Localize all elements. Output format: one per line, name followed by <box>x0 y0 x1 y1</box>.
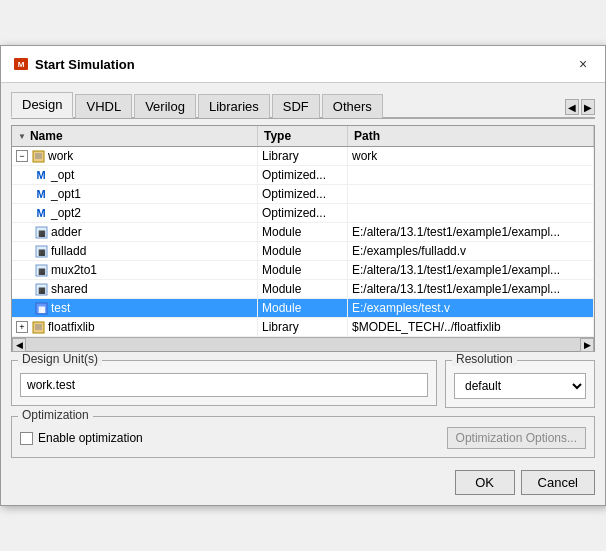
module-icon: ▦ <box>34 244 48 258</box>
module-icon: ▦ <box>34 301 48 315</box>
cell-type: Library <box>258 147 348 165</box>
library-icon <box>31 149 45 163</box>
tab-sdf[interactable]: SDF <box>272 94 320 118</box>
tab-others[interactable]: Others <box>322 94 383 118</box>
cell-name: M _opt1 <box>12 185 258 203</box>
module-icon: M <box>34 168 48 182</box>
sort-icon: ▼ <box>18 132 26 141</box>
tree-body[interactable]: − work Library work M _opt <box>12 147 594 337</box>
enable-optimization-checkbox[interactable] <box>20 432 33 445</box>
resolution-select[interactable]: default 1ns 1ps 1fs <box>454 373 586 399</box>
checkbox-text: Enable optimization <box>38 431 143 445</box>
cell-type: Library <box>258 318 348 336</box>
table-row[interactable]: − work Library work <box>12 147 594 166</box>
tree-header: ▼ Name Type Path <box>12 126 594 147</box>
cell-name: ▦ fulladd <box>12 242 258 260</box>
cell-name: − work <box>12 147 258 165</box>
cell-path: work <box>348 147 594 165</box>
module-icon: ▦ <box>34 263 48 277</box>
module-icon: M <box>34 206 48 220</box>
cell-path <box>348 185 594 203</box>
start-simulation-dialog: M Start Simulation × Design VHDL Verilog… <box>0 45 606 506</box>
title-bar-left: M Start Simulation <box>13 56 135 72</box>
table-row[interactable]: + floatfixlib Library $MODEL_TECH/../flo… <box>12 318 594 337</box>
col-type: Type <box>258 126 348 146</box>
svg-text:▦: ▦ <box>38 229 46 238</box>
optimization-label: Optimization <box>18 408 93 422</box>
tab-vhdl[interactable]: VHDL <box>75 94 132 118</box>
tab-design[interactable]: Design <box>11 92 73 118</box>
svg-text:▦: ▦ <box>38 305 46 314</box>
cell-type: Module <box>258 299 348 317</box>
table-row[interactable]: ▦ test Module E:/examples/test.v <box>12 299 594 318</box>
scroll-left-arrow[interactable]: ◀ <box>12 338 26 352</box>
resolution-box: Resolution default 1ns 1ps 1fs <box>445 360 595 408</box>
optimization-options-button[interactable]: Optimization Options... <box>447 427 586 449</box>
table-row[interactable]: M _opt1 Optimized... <box>12 185 594 204</box>
horizontal-scrollbar[interactable]: ◀ ▶ <box>12 337 594 351</box>
cell-path: E:/altera/13.1/test1/example1/exampl... <box>348 280 594 298</box>
cell-name: + floatfixlib <box>12 318 258 336</box>
table-row[interactable]: ▦ fulladd Module E:/examples/fulladd.v <box>12 242 594 261</box>
ok-button[interactable]: OK <box>455 470 515 495</box>
library-icon <box>31 320 45 334</box>
cell-type: Module <box>258 261 348 279</box>
dialog-buttons: OK Cancel <box>11 466 595 495</box>
cell-path: E:/examples/test.v <box>348 299 594 317</box>
cell-name: ▦ test <box>12 299 258 317</box>
cell-type: Optimized... <box>258 185 348 203</box>
svg-text:▦: ▦ <box>38 267 46 276</box>
tab-bar: Design VHDL Verilog Libraries SDF Others… <box>11 91 595 119</box>
cell-path: E:/altera/13.1/test1/example1/exampl... <box>348 223 594 241</box>
form-row: Design Unit(s) Resolution default 1ns 1p… <box>11 360 595 408</box>
module-icon: ▦ <box>34 282 48 296</box>
scroll-right-arrow[interactable]: ▶ <box>580 338 594 352</box>
cell-type: Module <box>258 242 348 260</box>
tab-nav-arrows: ◀ ▶ <box>565 99 595 117</box>
cell-type: Module <box>258 223 348 241</box>
tab-libraries[interactable]: Libraries <box>198 94 270 118</box>
enable-optimization-label: Enable optimization <box>20 431 143 445</box>
cell-name: ▦ shared <box>12 280 258 298</box>
module-icon: M <box>34 187 48 201</box>
expand-icon[interactable]: + <box>16 321 28 333</box>
cell-path: E:/examples/fulladd.v <box>348 242 594 260</box>
cell-name: M _opt <box>12 166 258 184</box>
table-row[interactable]: M _opt Optimized... <box>12 166 594 185</box>
dialog-title: Start Simulation <box>35 57 135 72</box>
cell-path <box>348 204 594 222</box>
expand-icon[interactable]: − <box>16 150 28 162</box>
design-unit-group: Design Unit(s) <box>11 360 437 408</box>
table-row[interactable]: ▦ shared Module E:/altera/13.1/test1/exa… <box>12 280 594 299</box>
dialog-content: Design VHDL Verilog Libraries SDF Others… <box>1 83 605 505</box>
col-name: ▼ Name <box>12 126 258 146</box>
svg-text:M: M <box>18 60 25 69</box>
table-row[interactable]: ▦ adder Module E:/altera/13.1/test1/exam… <box>12 223 594 242</box>
scroll-track[interactable] <box>26 338 580 351</box>
table-row[interactable]: M _opt2 Optimized... <box>12 204 594 223</box>
tab-scroll-right[interactable]: ▶ <box>581 99 595 115</box>
svg-text:▦: ▦ <box>38 286 46 295</box>
cell-path: $MODEL_TECH/../floatfixlib <box>348 318 594 336</box>
module-icon: ▦ <box>34 225 48 239</box>
svg-text:▦: ▦ <box>38 248 46 257</box>
design-unit-input[interactable] <box>20 373 428 397</box>
cell-name: ▦ mux2to1 <box>12 261 258 279</box>
cancel-button[interactable]: Cancel <box>521 470 595 495</box>
tab-scroll-left[interactable]: ◀ <box>565 99 579 115</box>
table-row[interactable]: ▦ mux2to1 Module E:/altera/13.1/test1/ex… <box>12 261 594 280</box>
cell-type: Module <box>258 280 348 298</box>
title-bar: M Start Simulation × <box>1 46 605 83</box>
cell-type: Optimized... <box>258 204 348 222</box>
tab-verilog[interactable]: Verilog <box>134 94 196 118</box>
cell-path <box>348 166 594 184</box>
resolution-select-row: default 1ns 1ps 1fs <box>454 373 586 399</box>
resolution-label: Resolution <box>452 352 517 366</box>
col-path: Path <box>348 126 594 146</box>
optimization-row: Enable optimization Optimization Options… <box>20 427 586 449</box>
cell-name: M _opt2 <box>12 204 258 222</box>
close-button[interactable]: × <box>573 54 593 74</box>
optimization-group: Optimization Enable optimization Optimiz… <box>11 416 595 458</box>
app-icon: M <box>13 56 29 72</box>
cell-type: Optimized... <box>258 166 348 184</box>
